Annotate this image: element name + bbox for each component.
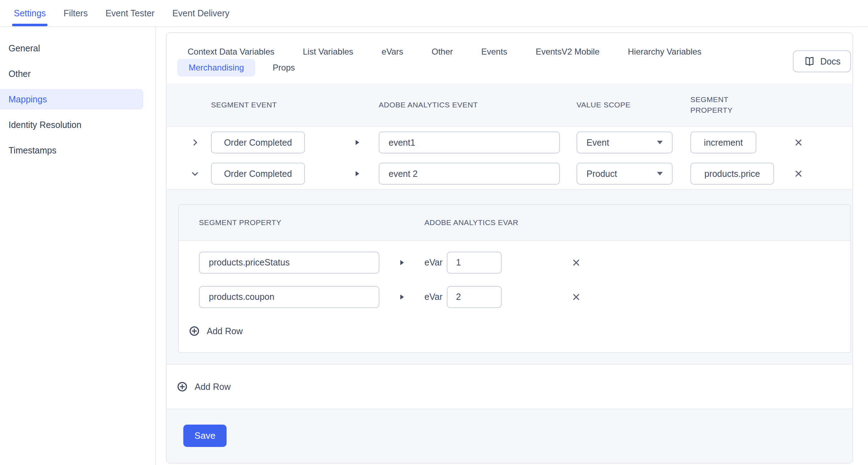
book-icon xyxy=(803,56,816,67)
tab-merchandising[interactable]: Merchandising xyxy=(177,59,255,77)
segment-property-input[interactable]: products.priceStatus xyxy=(199,252,379,274)
card-footer: Save xyxy=(167,409,852,463)
tab-events[interactable]: Events xyxy=(481,47,507,57)
main-content: Context Data Variables List Variables eV… xyxy=(156,27,868,465)
adobe-analytics-event-input[interactable]: event1 xyxy=(379,131,560,153)
nav-tab-label: Event Delivery xyxy=(172,8,229,18)
docs-button-label: Docs xyxy=(820,56,841,67)
evar-number-input[interactable]: 2 xyxy=(447,286,502,308)
app-root: Settings Filters Event Tester Event Deli… xyxy=(0,0,868,465)
segment-property-input[interactable]: products.coupon xyxy=(199,286,379,308)
segment-event-input[interactable]: Order Completed xyxy=(211,163,305,185)
maps-to-arrow-icon xyxy=(305,139,379,146)
tab-evars[interactable]: eVars xyxy=(382,47,403,57)
sidebar-item-label: Identity Resolution xyxy=(9,120,82,130)
collapse-row-button[interactable] xyxy=(179,169,211,178)
column-header-value-scope: VALUE SCOPE xyxy=(577,101,673,109)
chevron-down-icon xyxy=(190,169,200,178)
chevron-right-icon xyxy=(190,138,200,147)
docs-button[interactable]: Docs xyxy=(793,50,851,72)
nav-tab-filters[interactable]: Filters xyxy=(63,0,88,26)
caret-down-icon xyxy=(656,140,663,145)
add-evar-row-button[interactable]: Add Row xyxy=(189,323,243,340)
sidebar-item-identity-resolution[interactable]: Identity Resolution xyxy=(0,114,155,135)
expanded-row-section: SEGMENT PROPERTY ADOBE ANALYTICS EVAR pr… xyxy=(167,189,852,365)
sidebar-item-label: Mappings xyxy=(9,94,47,105)
column-header-adobe-analytics-evar: ADOBE ANALYTICS EVAR xyxy=(424,218,518,227)
sidebar-item-label: General xyxy=(9,43,40,54)
variable-tabs-row-1: Context Data Variables List Variables eV… xyxy=(167,47,852,57)
nav-tab-label: Settings xyxy=(14,8,46,18)
plus-circle-icon xyxy=(189,326,200,336)
sidebar-item-label: Other xyxy=(9,69,31,79)
nav-tab-event-delivery[interactable]: Event Delivery xyxy=(172,0,229,26)
maps-to-arrow-icon xyxy=(379,293,424,301)
close-icon xyxy=(572,258,580,267)
mapping-row: Order Completed event1 Event increment xyxy=(167,127,852,158)
evar-table-header: SEGMENT PROPERTY ADOBE ANALYTICS EVAR xyxy=(179,205,850,241)
column-header-segment-property: SEGMENT PROPERTY xyxy=(690,94,774,116)
top-nav: Settings Filters Event Tester Event Deli… xyxy=(0,0,868,27)
segment-property-input[interactable]: increment xyxy=(690,131,756,153)
evar-rows: products.priceStatus eVar 1 xyxy=(179,241,850,314)
save-button[interactable]: Save xyxy=(183,425,227,447)
tab-props[interactable]: Props xyxy=(273,63,295,73)
segment-property-input[interactable]: products.price xyxy=(690,163,774,185)
sidebar-item-timestamps[interactable]: Timestamps xyxy=(0,140,155,161)
adobe-analytics-event-input[interactable]: event 2 xyxy=(379,163,560,185)
close-icon xyxy=(794,169,803,178)
column-header-segment-event: SEGMENT EVENT xyxy=(211,101,305,109)
nav-tab-label: Filters xyxy=(63,8,88,18)
remove-row-button[interactable] xyxy=(788,169,809,178)
column-header-adobe-analytics-event: ADOBE ANALYTICS EVENT xyxy=(379,101,560,109)
remove-evar-row-button[interactable] xyxy=(566,258,587,267)
value-scope-select[interactable]: Product xyxy=(577,163,673,185)
add-mapping-row-button[interactable]: Add Row xyxy=(167,365,852,409)
remove-row-button[interactable] xyxy=(788,138,809,147)
sidebar-item-mappings[interactable]: Mappings xyxy=(0,89,143,110)
evar-number-input[interactable]: 1 xyxy=(447,252,502,274)
nav-tab-settings[interactable]: Settings xyxy=(14,0,46,26)
tab-context-data-variables[interactable]: Context Data Variables xyxy=(188,47,274,57)
expand-row-button[interactable] xyxy=(179,138,211,147)
value-scope-selected: Event xyxy=(586,138,609,148)
mappings-card: Context Data Variables List Variables eV… xyxy=(166,32,853,464)
tab-other[interactable]: Other xyxy=(432,47,453,57)
tab-eventsv2-mobile[interactable]: EventsV2 Mobile xyxy=(536,47,600,57)
mapping-row: Order Completed event 2 Product products… xyxy=(167,158,852,189)
add-row-label: Add Row xyxy=(195,382,230,392)
plus-circle-icon xyxy=(177,381,188,392)
variable-tabs-row-2: Merchandising Props xyxy=(167,59,852,77)
segment-event-input[interactable]: Order Completed xyxy=(211,131,305,153)
caret-down-icon xyxy=(656,171,663,176)
maps-to-arrow-icon xyxy=(305,170,379,177)
mapping-table-header: SEGMENT EVENT ADOBE ANALYTICS EVENT VALU… xyxy=(167,84,852,127)
close-icon xyxy=(794,138,803,147)
add-row-label: Add Row xyxy=(207,326,243,336)
column-header-segment-property: SEGMENT PROPERTY xyxy=(199,218,424,227)
remove-evar-row-button[interactable] xyxy=(566,293,587,301)
evar-prefix-label: eVar xyxy=(424,257,447,268)
evar-table: SEGMENT PROPERTY ADOBE ANALYTICS EVAR pr… xyxy=(178,204,851,353)
value-scope-select[interactable]: Event xyxy=(577,131,673,153)
sidebar-item-general[interactable]: General xyxy=(0,38,155,58)
settings-sidebar: General Other Mappings Identity Resoluti… xyxy=(0,27,156,465)
variable-tabs-header: Context Data Variables List Variables eV… xyxy=(167,33,852,84)
tab-hierarchy-variables[interactable]: Hierarchy Variables xyxy=(628,47,702,57)
nav-tab-label: Event Tester xyxy=(105,8,155,18)
evar-row: products.coupon eVar 2 xyxy=(179,280,850,314)
page-body: General Other Mappings Identity Resoluti… xyxy=(0,27,868,465)
sidebar-item-label: Timestamps xyxy=(9,145,56,156)
nav-tab-event-tester[interactable]: Event Tester xyxy=(105,0,155,26)
close-icon xyxy=(572,293,580,301)
evar-row: products.priceStatus eVar 1 xyxy=(179,245,850,280)
tab-list-variables[interactable]: List Variables xyxy=(303,47,353,57)
evar-prefix-label: eVar xyxy=(424,292,447,302)
maps-to-arrow-icon xyxy=(379,259,424,266)
value-scope-selected: Product xyxy=(586,169,617,179)
sidebar-item-other[interactable]: Other xyxy=(0,63,155,84)
